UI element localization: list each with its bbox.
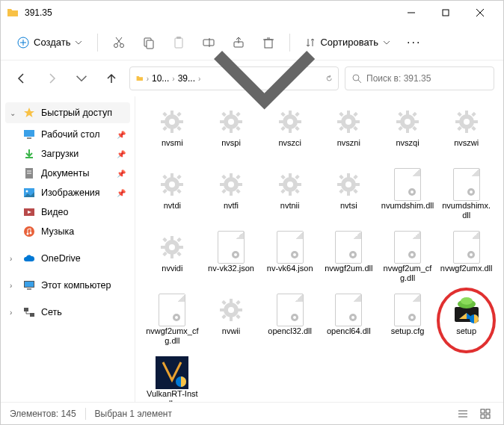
close-button[interactable] [463,1,497,25]
svg-rect-14 [176,37,181,39]
file-item[interactable]: setup.cfg [380,291,436,350]
file-label: nvtsi [340,201,357,211]
file-item[interactable]: VulkanRT-Installer [144,353,200,402]
history-dropdown[interactable] [70,66,93,90]
file-item[interactable]: nvwii [203,291,259,350]
svg-rect-191 [481,409,485,413]
svg-rect-173 [236,300,240,305]
plus-icon [17,37,29,49]
sidebar-label: Музыка [41,226,74,237]
more-button[interactable]: ··· [401,36,427,49]
minimize-button[interactable] [394,1,428,25]
file-item[interactable]: setup [438,291,494,350]
file-item[interactable]: nvszni [321,102,377,162]
sidebar-item-quick-access[interactable]: ⌄ Быстрый доступ [5,102,130,123]
file-thumbnail [156,294,188,326]
svg-point-175 [228,307,234,313]
details-view-button[interactable] [454,405,472,423]
file-label: nvvidi [162,264,182,273]
svg-rect-51 [230,111,233,115]
svg-point-59 [228,119,234,125]
file-item[interactable]: nvwgf2um_cfg.dll [380,228,436,288]
refresh-button[interactable] [326,73,332,84]
file-item[interactable]: nvumdshim.dll [380,165,436,225]
new-button[interactable]: Создать [10,32,90,53]
file-item[interactable]: opencl32.dll [262,291,318,350]
svg-rect-101 [170,173,173,178]
thumbnails-view-button[interactable] [476,405,494,423]
star-icon [23,107,35,119]
svg-rect-131 [347,173,350,178]
file-item[interactable]: nvtsi [321,165,377,225]
cut-button[interactable] [105,29,132,56]
file-thumbnail [274,168,307,201]
file-item[interactable]: nvszci [262,102,318,162]
svg-rect-169 [220,308,224,311]
file-item[interactable]: nvspi [203,102,259,162]
paste-button[interactable] [165,29,192,56]
svg-point-129 [287,182,293,187]
file-thumbnail [274,105,307,138]
desktop-icon [23,128,35,140]
breadcrumb-seg[interactable]: 39... [178,73,195,84]
file-label: nvsmi [162,138,183,148]
file-item[interactable]: nvsmi [144,102,200,162]
up-button[interactable] [99,66,123,90]
file-thumbnail [274,294,307,326]
svg-point-8 [120,43,124,47]
file-item[interactable]: nvvidi [144,228,200,288]
file-item[interactable]: nvwgf2umx.dll [438,228,494,288]
file-thumbnail [332,294,365,326]
file-item[interactable]: nvszqi [380,102,436,162]
chevron-down-icon [75,39,82,46]
breadcrumb-seg[interactable]: 10... [152,73,169,84]
file-item[interactable]: opencl64.dll [321,291,377,350]
search-icon [351,73,362,84]
search-input[interactable] [366,73,488,84]
svg-rect-13 [175,38,182,48]
file-item[interactable]: nv-vk64.json [262,228,318,288]
forward-button[interactable] [40,66,64,90]
svg-rect-41 [170,111,173,115]
sidebar-item-pictures[interactable]: Изображения 📌 [1,183,135,202]
copy-button[interactable] [135,29,162,56]
file-item[interactable]: nvtnii [262,165,318,225]
search-box[interactable] [345,66,494,90]
sidebar-item-network[interactable]: › Сеть [1,303,135,322]
svg-point-34 [30,232,32,235]
sidebar-item-music[interactable]: Музыка [1,222,135,241]
back-button[interactable] [10,66,34,90]
breadcrumb[interactable]: › 10... › 39... › [129,66,339,90]
sidebar-item-thispc[interactable]: › Этот компьютер [1,276,135,295]
file-item[interactable]: nvwgf2um.dll [321,228,377,288]
file-item[interactable]: nv-vk32.json [203,228,259,288]
sidebar-item-documents[interactable]: Документы 📌 [1,164,135,183]
sidebar-item-desktop[interactable]: Рабочий стол 📌 [1,125,135,144]
network-icon [23,306,35,318]
svg-rect-149 [163,238,168,242]
svg-rect-12 [147,40,153,49]
svg-rect-62 [289,128,292,133]
pin-icon: 📌 [117,170,126,178]
sidebar-item-onedrive[interactable]: › OneDrive [1,249,135,268]
svg-rect-145 [170,236,173,241]
svg-rect-111 [230,173,233,178]
svg-rect-167 [230,299,233,303]
file-thumbnail [274,231,307,264]
file-item[interactable]: nvwgf2umx_cfg.dll [144,291,200,350]
sidebar-label: Загрузки [41,149,79,159]
file-item[interactable]: nvtdi [144,165,200,225]
file-item[interactable]: nvtfi [203,165,259,225]
sidebar-item-videos[interactable]: Видео [1,202,135,222]
svg-rect-194 [486,415,490,418]
svg-point-30 [26,190,28,193]
file-label: nvtdi [164,201,181,211]
sidebar-item-downloads[interactable]: Загрузки 📌 [1,144,135,164]
file-label: nvtfi [224,201,239,211]
file-item[interactable]: nvszwi [438,102,494,162]
svg-line-9 [117,37,122,44]
svg-rect-113 [220,183,224,186]
maximize-button[interactable] [428,1,463,25]
svg-point-79 [345,119,351,125]
file-item[interactable]: nvumdshimx.dll [438,165,494,225]
